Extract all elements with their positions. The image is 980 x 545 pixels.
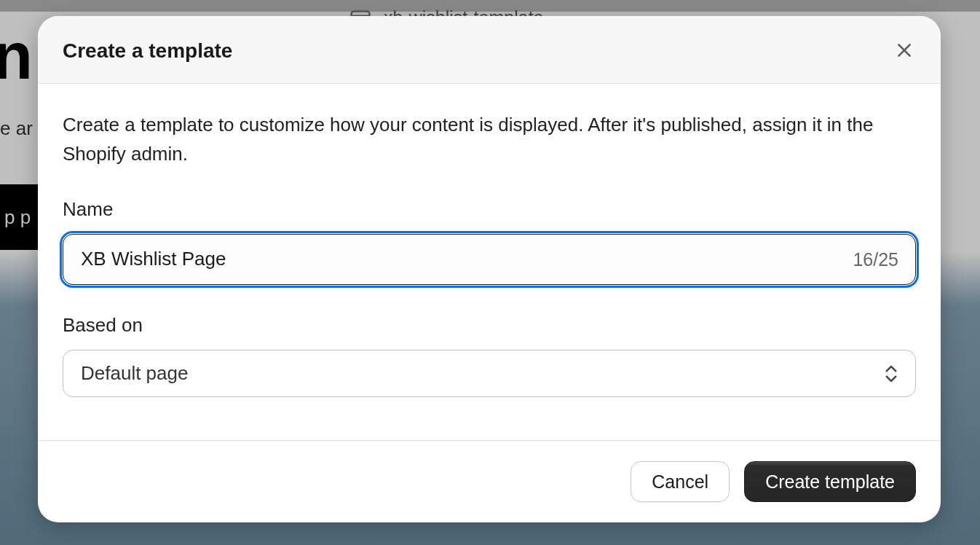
close-button[interactable]: [893, 39, 916, 63]
name-label: Name: [63, 198, 916, 221]
cancel-button[interactable]: Cancel: [631, 461, 730, 502]
close-icon: [895, 41, 914, 62]
modal-title: Create a template: [63, 39, 232, 63]
template-name-input[interactable]: [63, 234, 916, 285]
char-count: 16/25: [853, 248, 898, 270]
create-template-modal: Create a template Create a template to c…: [38, 16, 941, 522]
based-on-select-wrap: Default page: [63, 350, 916, 397]
modal-description: Create a template to customize how your …: [63, 110, 916, 169]
based-on-select[interactable]: Default page: [63, 350, 916, 397]
based-on-label: Based on: [63, 314, 916, 337]
name-input-wrap: 16/25: [63, 234, 916, 285]
modal-header: Create a template: [38, 16, 941, 84]
modal-footer: Cancel Create template: [38, 440, 941, 522]
create-template-button[interactable]: Create template: [744, 461, 916, 502]
modal-body: Create a template to customize how your …: [38, 84, 941, 440]
